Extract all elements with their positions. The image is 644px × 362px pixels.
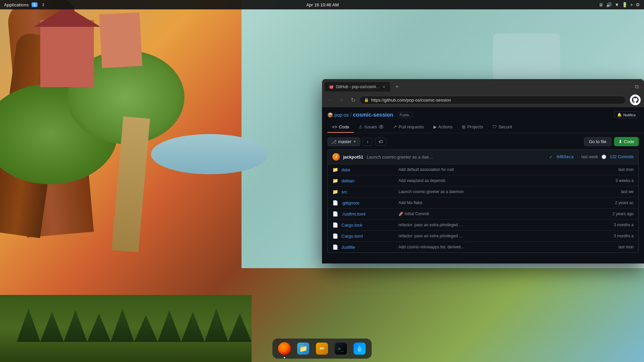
terminal-icon: >_	[335, 343, 347, 355]
sync-icon: ↕	[367, 139, 369, 144]
application-dock: 📁 ✏ >_ 💧	[272, 339, 372, 359]
taskbar-top: Applications 1 2 Apr 16 10:46 AM 🖥 🔊 ▼ 🔋…	[0, 0, 644, 9]
security-tab-icon: 🛡	[492, 124, 497, 129]
file-name-link[interactable]: .rustfmt.toml	[341, 212, 395, 217]
code-btn-icon: ⬇	[619, 139, 622, 144]
file-name-link[interactable]: Cargo.toml	[341, 234, 395, 239]
file-name-link[interactable]: debian	[341, 178, 395, 183]
actions-tab-label: Actions	[438, 124, 453, 129]
active-tab[interactable]: 🐙 GitHub - pop-os/cosmi… ×	[325, 82, 390, 92]
go-to-file-button[interactable]: Go to file	[584, 137, 611, 146]
repo-header: 📦 pop-os / cosmic-session Public 🔔 Notif…	[322, 107, 644, 133]
dock-active-indicator	[284, 357, 285, 358]
file-commit-message: Launch cosmic-greeter as a daemon	[398, 189, 603, 194]
app-badge-2[interactable]: 2	[40, 2, 46, 7]
apps-label: Applications	[4, 2, 29, 7]
commit-time-ago: ·	[577, 155, 578, 159]
tab-security[interactable]: 🛡 Securit	[488, 122, 517, 133]
new-tab-button[interactable]: +	[393, 83, 402, 90]
file-name-link[interactable]: .gitignore	[341, 200, 395, 205]
file-icon: 📄	[332, 233, 338, 239]
commit-author-name[interactable]: jackpot51	[343, 155, 363, 160]
settings-icon[interactable]: ⚙	[636, 2, 640, 7]
repo-main-content: ⎇ master ▼ ↕ 🏷 Go to file ⬇ Code J	[322, 133, 644, 253]
sync-fork-button[interactable]: ↕	[363, 138, 372, 146]
file-time-ago: last mon	[607, 167, 634, 172]
branch-selector[interactable]: ⎇ master ▼	[327, 137, 360, 146]
issues-tab-icon: ⚠	[359, 124, 363, 129]
files-icon: 📁	[297, 343, 309, 355]
pr-tab-icon: ↗	[393, 124, 397, 129]
pr-tab-label: Pull requests	[398, 124, 424, 129]
network-icon[interactable]: ▼	[614, 2, 619, 7]
tab-pull-requests[interactable]: ↗ Pull requests	[388, 122, 428, 133]
security-tab-label: Securit	[498, 124, 512, 129]
forward-button[interactable]: →	[337, 95, 346, 105]
file-name-link[interactable]: Cargo.lock	[341, 223, 395, 228]
projects-tab-icon: ⊞	[462, 124, 466, 129]
table-row: 📄JustfileAdd cosmic-mimeapps.list, deriv…	[328, 242, 638, 252]
tab-issues[interactable]: ⚠ Issues 7	[354, 122, 388, 133]
window-restore-icon[interactable]: ⧉	[635, 84, 639, 90]
file-name-link[interactable]: data	[341, 167, 395, 172]
issues-tab-label: Issues	[364, 124, 377, 129]
branch-icon: ⎇	[331, 139, 336, 144]
house-1	[40, 20, 94, 87]
browser-toolbar: ← → ↻ 🔒 https://github.com/pop-os/cosmic…	[322, 93, 644, 107]
file-commit-message: Add xwayland as depends	[398, 178, 603, 183]
house-roof-1	[34, 7, 101, 27]
table-row: 📁debianAdd xwayland as depends3 weeks a	[328, 175, 638, 186]
tag-icon: 🏷	[379, 139, 383, 144]
bluetooth-icon[interactable]: ⌖	[630, 2, 633, 8]
file-icon: 📄	[332, 222, 338, 228]
file-commit-message: 🚀 Initial Commit	[398, 212, 603, 216]
folder-icon: 📁	[332, 167, 338, 172]
file-name-link[interactable]: Justfile	[341, 245, 395, 250]
projects-tab-label: Projects	[467, 124, 483, 129]
commit-hash-link[interactable]: 9d65eca	[556, 155, 574, 159]
tab-close-button[interactable]: ×	[382, 84, 386, 89]
notify-label: Notifica	[623, 113, 636, 117]
table-row: 📁dataAdd default association for rustlas…	[328, 164, 638, 175]
app-badge-1[interactable]: 1	[32, 2, 38, 7]
dock-item-firefox[interactable]	[276, 341, 292, 357]
back-button[interactable]: ←	[325, 95, 335, 105]
notify-button[interactable]: 🔔 Notifica	[614, 111, 639, 118]
dock-item-color-picker[interactable]: 💧	[352, 341, 368, 357]
repo-owner-link[interactable]: pop-os	[334, 112, 349, 118]
tab-code[interactable]: <> Code	[327, 122, 354, 133]
table-row: 📄Cargo.tomlrefactor: pass an extra piriv…	[328, 231, 638, 242]
folder-icon: 📁	[332, 189, 338, 194]
repo-name-link[interactable]: cosmic-session	[353, 112, 393, 118]
dock-item-terminal[interactable]: >_	[333, 341, 349, 357]
table-row: 📄.rustfmt.toml🚀 Initial Commit2 years ag…	[328, 208, 638, 220]
tab-title: GitHub - pop-os/cosmi…	[336, 84, 380, 89]
repo-separator: /	[350, 112, 352, 118]
commit-time-label: last week	[581, 155, 598, 159]
address-bar[interactable]: 🔒 https://github.com/pop-os/cosmic-sessi…	[360, 96, 626, 104]
window-controls: ⧉	[635, 84, 641, 90]
commit-message-text: Launch cosmic-greeter as a dae…	[367, 155, 546, 160]
tags-button[interactable]: 🏷	[375, 138, 386, 146]
tab-projects[interactable]: ⊞ Projects	[457, 122, 488, 133]
dock-item-files[interactable]: 📁	[295, 341, 311, 357]
file-icon: 📄	[332, 211, 338, 217]
volume-icon[interactable]: 🔊	[606, 2, 612, 7]
commits-clock-icon: 🕐	[601, 155, 606, 159]
lock-icon: 🔒	[364, 98, 369, 102]
refresh-button[interactable]: ↻	[348, 95, 358, 105]
dock-item-editor[interactable]: ✏	[314, 341, 330, 357]
repo-tabs: <> Code ⚠ Issues 7 ↗ Pull requests ▶ Act…	[327, 122, 639, 133]
file-time-ago: 3 months a	[607, 234, 634, 238]
browser-chrome: 🐙 GitHub - pop-os/cosmi… × + ⧉ ← → ↻ 🔒 h…	[322, 79, 644, 107]
commit-count-link[interactable]: 132 Commits	[610, 155, 634, 159]
repo-icon: 📦	[327, 112, 333, 118]
url-text: https://github.com/pop-os/cosmic-session	[371, 98, 451, 103]
file-time-ago: last we	[607, 189, 634, 194]
taskbar-apps-section: Applications 1 2	[4, 2, 46, 7]
file-time-ago: 3 weeks a	[607, 178, 634, 183]
file-icon: 📄	[332, 200, 338, 205]
tab-actions[interactable]: ▶ Actions	[429, 122, 458, 133]
file-name-link[interactable]: src	[341, 189, 395, 194]
code-dropdown-button[interactable]: ⬇ Code	[614, 137, 639, 146]
